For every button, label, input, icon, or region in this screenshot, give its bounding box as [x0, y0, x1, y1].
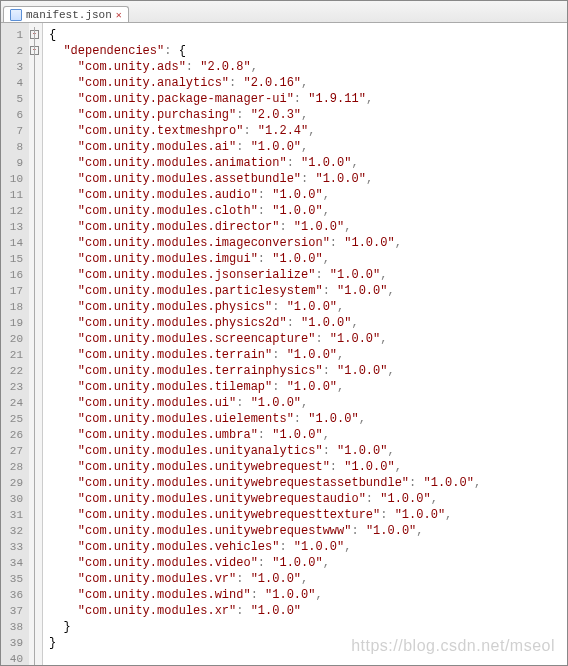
- code-content[interactable]: { "dependencies": { "com.unity.ads": "2.…: [43, 23, 481, 665]
- fold-column: --: [29, 23, 43, 665]
- editor-area[interactable]: 1234567891011121314151617181920212223242…: [1, 23, 567, 665]
- tab-bar: manifest.json ✕: [1, 1, 567, 23]
- tab-filename: manifest.json: [26, 9, 112, 21]
- line-number-gutter: 1234567891011121314151617181920212223242…: [1, 23, 29, 665]
- fold-toggle-icon[interactable]: -: [30, 46, 39, 55]
- close-icon[interactable]: ✕: [116, 9, 122, 21]
- tab-manifest[interactable]: manifest.json ✕: [3, 6, 129, 22]
- fold-toggle-icon[interactable]: -: [30, 30, 39, 39]
- file-icon: [10, 9, 22, 21]
